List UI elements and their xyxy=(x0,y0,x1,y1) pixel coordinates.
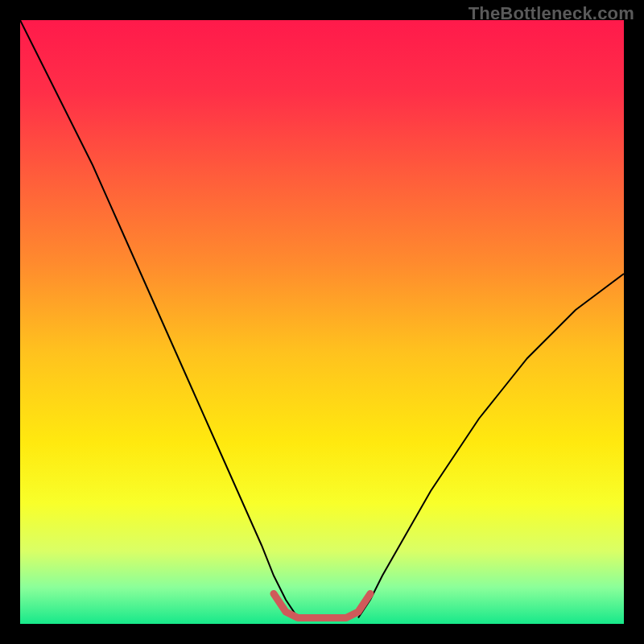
gradient-background xyxy=(20,20,624,624)
plot-area xyxy=(20,20,624,624)
watermark-label: TheBottleneck.com xyxy=(469,3,634,24)
bottleneck-chart xyxy=(20,20,624,624)
chart-frame: TheBottleneck.com xyxy=(0,0,644,644)
